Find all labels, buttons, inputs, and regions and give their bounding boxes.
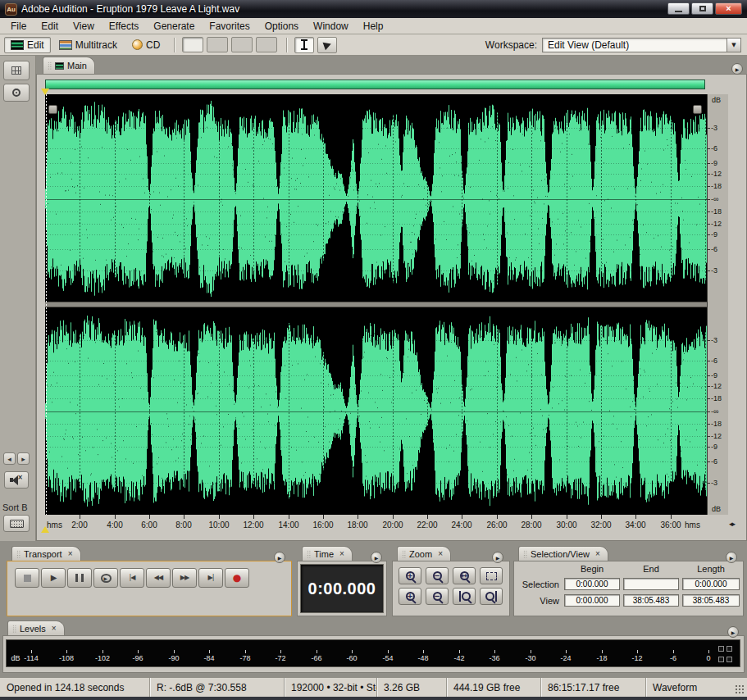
timeline-tick: [567, 515, 567, 519]
zoom-left-edge-button[interactable]: [453, 588, 476, 605]
shortcuts-button[interactable]: [3, 515, 30, 532]
tab-selection-view[interactable]: Selection/View ×: [518, 546, 608, 561]
time-selection-tool-button[interactable]: [294, 37, 314, 53]
tab-levels[interactable]: Levels ×: [7, 620, 65, 635]
play-looped-button[interactable]: ▶: [93, 568, 118, 588]
time-display[interactable]: 0:00.000: [300, 564, 384, 613]
waveform-display-button[interactable]: [182, 37, 203, 52]
panel-menu-button[interactable]: ▶: [492, 552, 503, 563]
menu-file[interactable]: File: [3, 19, 34, 34]
tab-transport[interactable]: Transport ×: [11, 546, 81, 561]
zoom-in-icon: +: [406, 571, 415, 580]
playhead-marker-bottom[interactable]: [41, 526, 49, 533]
selection-view-grid: BeginEndLengthSelection0:00.0000:00.000V…: [520, 564, 740, 607]
fast-forward-button[interactable]: ▶▶: [172, 568, 197, 588]
menu-generate[interactable]: Generate: [146, 19, 202, 34]
edit-view-button[interactable]: Edit: [4, 37, 51, 53]
zoom-out-full-button[interactable]: ↔: [453, 567, 476, 584]
selection-end-field[interactable]: [623, 578, 679, 590]
panel-menu-button[interactable]: ▶: [731, 63, 743, 75]
zoom-right-edge-button[interactable]: [480, 588, 503, 605]
spectral-frequency-button[interactable]: [207, 37, 228, 52]
panel-menu-arrow-icon: ▶: [730, 555, 734, 561]
selection-length-field[interactable]: 0:00.000: [682, 578, 740, 590]
panel-menu-button[interactable]: ▶: [727, 626, 739, 638]
multitrack-view-button[interactable]: Multitrack: [52, 37, 124, 53]
close-tab-icon[interactable]: ×: [68, 550, 73, 558]
panel-menu-button[interactable]: ▶: [726, 552, 737, 563]
tab-grip-icon: [48, 61, 52, 70]
app-icon: Au: [5, 3, 17, 16]
workspace-dropdown-arrow[interactable]: ▼: [727, 38, 741, 52]
tab-time[interactable]: Time ×: [302, 546, 353, 561]
pan-handle-left-icon[interactable]: [48, 105, 57, 114]
maximize-button[interactable]: [691, 2, 713, 15]
scroll-left-button[interactable]: ◂: [3, 452, 16, 465]
pan-handle-right-icon[interactable]: [693, 105, 702, 114]
spectral-pan-button[interactable]: [231, 37, 253, 52]
zoom-to-selection-button[interactable]: [480, 567, 503, 584]
tab-main[interactable]: Main: [43, 57, 95, 74]
menu-view[interactable]: View: [66, 19, 102, 34]
rewind-button[interactable]: ◀◀: [146, 568, 171, 588]
selection-begin-field[interactable]: 0:00.000: [564, 578, 620, 590]
menu-effects[interactable]: Effects: [102, 19, 146, 34]
record-button[interactable]: ●: [225, 568, 249, 588]
spectral-phase-button[interactable]: [256, 37, 277, 52]
menu-window[interactable]: Window: [306, 19, 356, 34]
close-tab-icon[interactable]: ×: [438, 550, 443, 558]
menu-edit[interactable]: Edit: [34, 19, 66, 34]
timeline-ruler[interactable]: 2:004:006:008:0010:0012:0014:0016:0018:0…: [45, 515, 707, 533]
view-length-field[interactable]: 38:05.483: [682, 594, 740, 607]
view-end-field[interactable]: 38:05.483: [623, 594, 679, 607]
go-to-beginning-button[interactable]: |◀: [120, 568, 144, 588]
tab-zoom[interactable]: Zoom ×: [397, 546, 451, 561]
scroll-right-button[interactable]: ▸: [17, 452, 30, 465]
playhead-marker-top[interactable]: [41, 89, 49, 95]
ruler-tick: [708, 128, 710, 129]
timeline-tick: [531, 515, 532, 519]
menu-help[interactable]: Help: [356, 19, 391, 34]
timeline-label: 28:00: [517, 520, 545, 530]
close-tab-icon[interactable]: ×: [52, 625, 57, 633]
eye-icon: [12, 89, 20, 97]
close-button[interactable]: ×: [715, 2, 742, 15]
menu-options[interactable]: Options: [257, 19, 306, 34]
level-meter[interactable]: dB-114-108-102-96-90-84-78-72-66-60-54-4…: [6, 639, 740, 667]
level-scale-label: -102: [89, 654, 116, 662]
level-scale-label: -18: [588, 654, 616, 662]
title-bar[interactable]: Au Adobe Audition - Eruption 1979 Leave …: [0, 0, 747, 18]
scrub-tool-button[interactable]: [317, 37, 337, 53]
zoom-out-button[interactable]: −: [426, 567, 449, 584]
db-ruler[interactable]: -3-3-6-6-9-9-12-12-18-18-∞-3-3-6-6-9-9-1…: [707, 94, 728, 515]
timeline-tick: [289, 515, 289, 519]
timeline-tick: [393, 515, 394, 519]
minimize-button[interactable]: [667, 2, 690, 15]
edit-view-icon: [11, 40, 24, 50]
pause-button[interactable]: [67, 568, 92, 588]
close-tab-icon[interactable]: ×: [339, 550, 344, 558]
stop-button[interactable]: [15, 568, 39, 588]
overview-navigator[interactable]: [45, 80, 705, 89]
zoom-in-vertical-button[interactable]: +: [399, 588, 421, 605]
panel-dock-button[interactable]: [3, 61, 30, 80]
view-begin-field[interactable]: 0:00.000: [564, 594, 620, 607]
panel-menu-button[interactable]: ▶: [371, 552, 382, 563]
zoom-in-button[interactable]: +: [399, 567, 421, 584]
close-tab-icon[interactable]: ×: [595, 550, 600, 558]
panel-menu-button[interactable]: ▶: [274, 552, 285, 563]
menu-favorites[interactable]: Favorites: [202, 19, 257, 34]
level-scale-label: -48: [409, 654, 437, 662]
waveform-canvas[interactable]: [45, 94, 707, 515]
resize-grip[interactable]: [735, 684, 745, 695]
panel-visibility-button[interactable]: [3, 84, 30, 102]
mute-button[interactable]: ×: [4, 471, 29, 489]
zoom-out-vertical-button[interactable]: −: [426, 588, 449, 605]
workspace-dropdown[interactable]: Edit View (Default): [542, 38, 727, 52]
cd-view-button[interactable]: CD: [125, 37, 166, 53]
go-to-end-button[interactable]: ▶|: [198, 568, 223, 588]
play-button[interactable]: ▶: [41, 568, 66, 588]
level-tick: [66, 650, 67, 653]
ruler-tick: [708, 234, 710, 235]
horizontal-zoom-icon[interactable]: ◂▸: [729, 520, 735, 528]
